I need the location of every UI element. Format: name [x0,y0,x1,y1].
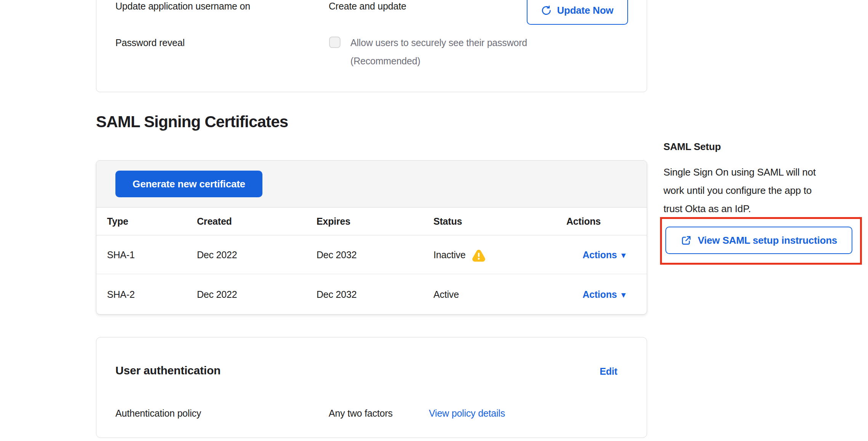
external-link-icon [681,235,692,246]
user-authentication-card: User authentication Edit Authentication … [96,337,647,438]
username-update-value: Create and update [329,0,406,12]
cert-actions-label: Actions [582,249,617,260]
update-now-button[interactable]: Update Now [527,0,628,25]
password-reveal-checkbox-text: Allow users to securely see their passwo… [350,37,527,48]
generate-new-certificate-button[interactable]: Generate new certificate [115,171,262,197]
cert-actions-label: Actions [582,289,617,300]
cert-expires: Dec 2032 [317,249,433,260]
cert-expires: Dec 2032 [317,289,433,300]
certificates-card: Generate new certificate Type Created Ex… [96,160,647,315]
column-header-type: Type [107,216,197,227]
cert-created: Dec 2022 [197,249,317,260]
password-reveal-label: Password reveal [115,37,185,48]
page: Update application username on Create an… [0,0,868,441]
refresh-icon [541,5,551,16]
saml-setup-heading: SAML Setup [663,141,721,153]
password-reveal-checkbox-text-suffix: (Recommended) [350,55,420,67]
certificates-table-header: Type Created Expires Status Actions [96,208,647,235]
saml-setup-description-line: Single Sign On using SAML will not [663,166,816,178]
chevron-down-icon: ▾ [622,291,625,299]
certificates-toolbar: Generate new certificate [96,161,647,208]
column-header-actions: Actions [566,216,625,227]
saml-signing-certificates-heading: SAML Signing Certificates [96,113,288,131]
warning-icon [472,249,486,262]
column-header-created: Created [197,216,317,227]
edit-link[interactable]: Edit [600,366,617,377]
update-now-label: Update Now [557,5,613,16]
saml-setup-description-line: trust Okta as an IdP. [663,203,751,214]
column-header-expires: Expires [317,216,433,227]
provisioning-settings-card: Update application username on Create an… [96,0,647,92]
authentication-policy-label: Authentication policy [115,407,201,419]
cert-created: Dec 2022 [197,289,317,300]
cert-actions-menu[interactable]: Actions ▾ [582,249,625,260]
cert-actions-menu[interactable]: Actions ▾ [582,289,625,300]
cert-status: Active [433,289,459,300]
view-saml-setup-instructions-label: View SAML setup instructions [698,235,837,246]
username-update-label: Update application username on [115,0,250,12]
view-policy-details-link[interactable]: View policy details [429,407,505,419]
user-authentication-heading: User authentication [115,364,221,377]
table-row: SHA-1 Dec 2022 Dec 2032 Inactive Actions… [96,236,647,274]
table-row: SHA-2 Dec 2022 Dec 2032 Active Actions ▾ [96,275,647,314]
chevron-down-icon: ▾ [622,251,625,259]
saml-setup-description-line: work until you configure the app to [663,185,812,196]
view-saml-setup-instructions-button[interactable]: View SAML setup instructions [665,227,852,254]
cert-type: SHA-2 [107,289,197,300]
password-reveal-checkbox[interactable] [329,37,340,48]
authentication-policy-value: Any two factors [329,407,393,419]
column-header-status: Status [433,216,566,227]
cert-type: SHA-1 [107,249,197,260]
cert-status: Inactive [433,249,466,260]
